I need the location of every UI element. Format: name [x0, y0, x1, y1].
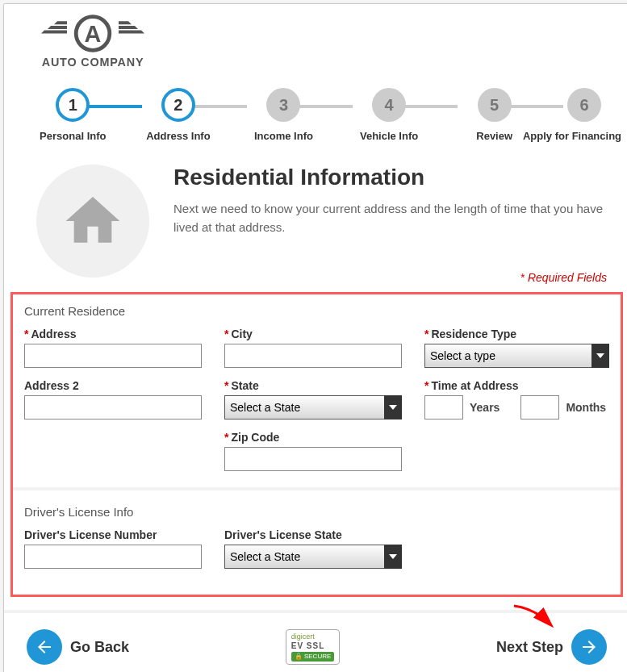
months-input[interactable]: [520, 395, 559, 419]
address-input[interactable]: [24, 344, 202, 368]
svg-text:A: A: [85, 21, 102, 47]
security-badge: digicert EV SSL 🔒 SECURE: [286, 629, 341, 664]
home-icon: [36, 165, 149, 278]
step-label: Vehicle Info: [360, 130, 418, 142]
step-number: 1: [56, 88, 90, 122]
dl-state-label: Driver's License State: [224, 528, 402, 541]
step-vehicle-info[interactable]: 4 Vehicle Info: [336, 88, 442, 142]
section-title-residence: Current Residence: [24, 304, 609, 318]
address2-label: Address 2: [24, 379, 202, 392]
page-title: Residential Information: [173, 165, 607, 190]
dl-number-label: Driver's License Number: [24, 528, 202, 541]
step-number: 2: [161, 88, 195, 122]
city-input[interactable]: [224, 344, 402, 368]
step-label: Personal Info: [40, 130, 106, 142]
address-label: *Address: [24, 328, 202, 340]
arrow-right-icon: [571, 629, 607, 665]
svg-text:AUTO COMPANY: AUTO COMPANY: [42, 56, 144, 69]
logo-icon: A AUTO COMPANY: [28, 9, 157, 77]
form-highlighted-section: Current Residence *Address *City *Reside…: [10, 292, 623, 597]
step-number: 6: [567, 88, 601, 122]
city-label: *City: [224, 328, 402, 340]
step-apply-financing[interactable]: 6 Apply for Financing: [547, 88, 621, 142]
step-personal-info[interactable]: 1 Personal Info: [20, 88, 126, 142]
step-address-info[interactable]: 2 Address Info: [126, 88, 232, 142]
logo: A AUTO COMPANY: [4, 4, 627, 80]
step-label: Review: [476, 130, 512, 142]
page-header: Residential Information Next we need to …: [4, 150, 627, 286]
years-input[interactable]: [424, 395, 463, 419]
time-at-address-label: *Time at Address: [424, 379, 609, 392]
step-label: Apply for Financing: [523, 130, 621, 142]
state-select[interactable]: Select a State: [224, 395, 402, 419]
app-window: A AUTO COMPANY 1 Personal Info 2 Address…: [3, 3, 627, 672]
step-label: Address Info: [146, 130, 210, 142]
residence-type-select[interactable]: Select a type: [424, 344, 609, 368]
dl-number-input[interactable]: [24, 545, 202, 569]
step-number: 4: [372, 88, 406, 122]
arrow-left-icon: [27, 629, 62, 665]
zip-input[interactable]: [224, 447, 402, 471]
dl-state-select[interactable]: Select a State: [224, 545, 402, 569]
state-label: *State: [224, 379, 402, 392]
section-title-license: Driver's License Info: [24, 505, 609, 519]
bottom-nav: Go Back digicert EV SSL 🔒 SECURE Next St…: [4, 610, 627, 665]
step-number: 3: [266, 88, 300, 122]
step-label: Income Info: [254, 130, 313, 142]
step-income-info[interactable]: 3 Income Info: [231, 88, 336, 142]
go-back-button[interactable]: Go Back: [27, 629, 129, 665]
page-subtitle: Next we need to know your current addres…: [173, 200, 607, 236]
address2-input[interactable]: [24, 395, 202, 419]
section-divider: [13, 487, 621, 490]
months-label: Months: [566, 401, 606, 414]
next-step-button[interactable]: Next Step: [496, 629, 607, 665]
progress-stepper: 1 Personal Info 2 Address Info 3 Income …: [4, 80, 627, 150]
zip-label: *Zip Code: [224, 431, 402, 444]
years-label: Years: [470, 401, 500, 414]
step-number: 5: [478, 88, 512, 122]
residence-type-label: *Residence Type: [424, 328, 609, 340]
